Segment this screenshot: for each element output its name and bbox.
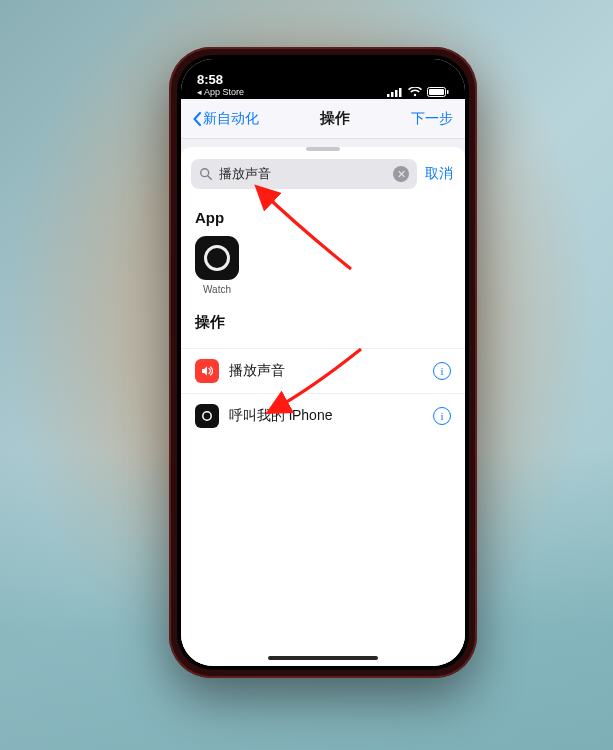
phone-screen: 8:58 ◂ App Store 新自动化 操作 下一步 [181, 59, 465, 666]
home-indicator[interactable] [268, 656, 378, 660]
nav-back-label: 新自动化 [203, 110, 259, 128]
svg-rect-3 [399, 88, 402, 97]
info-icon[interactable]: i [433, 407, 451, 425]
svg-rect-6 [447, 90, 449, 94]
cancel-search-button[interactable]: 取消 [425, 165, 455, 183]
svg-point-9 [203, 412, 211, 420]
iphone-device-frame: 8:58 ◂ App Store 新自动化 操作 下一步 [169, 47, 477, 678]
battery-icon [427, 87, 449, 97]
app-label: Watch [203, 284, 231, 295]
section-actions-title: 操作 [181, 303, 465, 342]
action-label: 播放声音 [229, 362, 423, 380]
status-back-to-app[interactable]: ◂ App Store [197, 87, 387, 97]
watch-icon [195, 404, 219, 428]
svg-line-8 [208, 176, 211, 179]
nav-back-button[interactable]: 新自动化 [193, 110, 259, 128]
wifi-icon [408, 87, 422, 97]
signal-bars-icon [387, 87, 403, 97]
app-results-row: Watch [181, 236, 465, 303]
nav-next-button[interactable]: 下一步 [411, 110, 453, 128]
action-play-sound[interactable]: 播放声音 i [181, 348, 465, 393]
action-picker-sheet: 播放声音 ✕ 取消 App Watch 操作 [181, 147, 465, 666]
svg-rect-5 [429, 89, 444, 95]
nav-title: 操作 [320, 109, 350, 128]
action-ping-iphone[interactable]: 呼叫我的 iPhone i [181, 393, 465, 438]
search-row: 播放声音 ✕ 取消 [181, 159, 465, 199]
sound-icon [195, 359, 219, 383]
action-list: 播放声音 i 呼叫我的 iPhone i [181, 348, 465, 438]
app-tile-watch[interactable]: Watch [195, 236, 239, 295]
sheet-grabber[interactable] [306, 147, 340, 151]
search-input[interactable]: 播放声音 ✕ [191, 159, 417, 189]
status-right-cluster [387, 87, 449, 97]
clear-search-button[interactable]: ✕ [393, 166, 409, 182]
screen-content: 新自动化 操作 下一步 播放声音 ✕ 取消 App [181, 99, 465, 666]
svg-rect-0 [387, 94, 390, 97]
svg-rect-2 [395, 90, 398, 97]
watch-app-icon [195, 236, 239, 280]
search-icon [199, 167, 213, 181]
info-icon[interactable]: i [433, 362, 451, 380]
svg-rect-1 [391, 92, 394, 97]
search-value: 播放声音 [219, 165, 387, 183]
section-app-title: App [181, 199, 465, 236]
action-label: 呼叫我的 iPhone [229, 407, 423, 425]
phone-notch [248, 59, 398, 83]
chevron-left-icon [193, 112, 201, 126]
nav-bar: 新自动化 操作 下一步 [181, 99, 465, 139]
